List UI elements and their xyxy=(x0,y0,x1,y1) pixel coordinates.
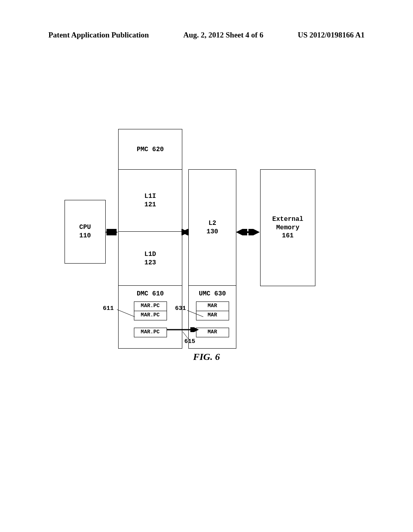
header-left: Patent Application Publication xyxy=(48,31,149,39)
leader-631 xyxy=(186,309,206,318)
cpu-block: CPU 110 xyxy=(65,200,106,264)
ext-name: External xyxy=(272,215,303,224)
umc-reg: MAR xyxy=(196,328,229,337)
page-header: Patent Application Publication Aug. 2, 2… xyxy=(48,31,365,39)
ref-611: 611 xyxy=(103,305,114,312)
l1d-name: L1D xyxy=(144,250,156,259)
svg-line-6 xyxy=(117,310,135,317)
pmc-block: PMC 620 xyxy=(118,129,182,170)
cpu-num: 110 xyxy=(79,232,91,240)
ext-name2: Memory xyxy=(276,224,300,232)
cpu-name: CPU xyxy=(79,223,91,232)
l1d-block: L1D 123 xyxy=(118,231,182,286)
umc-registers: MAR MAR MAR xyxy=(196,301,229,337)
svg-line-7 xyxy=(187,310,203,317)
arrow-cpu-l1 xyxy=(105,229,118,235)
ref-631: 631 xyxy=(175,305,186,312)
ref-615: 615 xyxy=(184,338,195,345)
l1i-name: L1I xyxy=(144,192,156,201)
leader-611 xyxy=(115,307,139,319)
header-center: Aug. 2, 2012 Sheet 4 of 6 xyxy=(183,31,263,39)
pmc-label: PMC 620 xyxy=(137,145,164,154)
dmc-label: DMC 610 xyxy=(137,290,164,298)
figure-label: FIG. 6 xyxy=(0,351,413,362)
ext-num: 161 xyxy=(282,232,294,240)
l2-num: 130 xyxy=(206,228,218,236)
arrow-l1-l2 xyxy=(181,229,188,235)
l1i-block: L1I 121 xyxy=(118,169,182,232)
l1d-num: 123 xyxy=(144,259,156,267)
l1i-num: 121 xyxy=(144,201,156,209)
umc-label: UMC 630 xyxy=(199,290,226,298)
header-right: US 2012/0198166 A1 xyxy=(298,31,365,39)
block-diagram: CPU 110 PMC 620 L1I 121 L1D 123 L2 130 E… xyxy=(65,129,347,347)
external-memory-block: External Memory 161 xyxy=(260,169,315,286)
l2-name: L2 xyxy=(209,219,216,228)
arrow-l2-ext xyxy=(236,229,260,235)
l2-block: L2 130 xyxy=(188,169,236,286)
dmc-reg: MAR.PC xyxy=(134,328,167,337)
